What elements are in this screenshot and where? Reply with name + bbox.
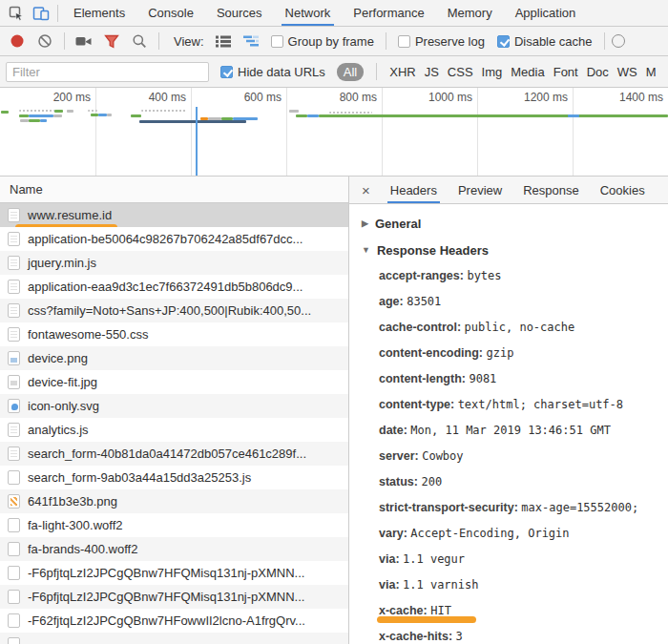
detail-tab-headers[interactable]: Headers [380,177,448,203]
response-header-row: content-type: text/html; charset=utf-8 [349,392,668,418]
request-row[interactable]: application-be50064c98267b706242a85df67d… [0,227,348,251]
clear-icon[interactable] [32,29,57,53]
request-row[interactable]: analytics.js [0,418,348,442]
type-filter-all[interactable]: All [337,63,364,81]
tab-performance[interactable]: Performance [342,0,435,26]
waterfall-bar [19,114,29,117]
request-row[interactable]: application-eaa9d3c1ec7f66372491db5b806d… [0,275,348,299]
request-row[interactable] [0,633,348,644]
waterfall-view-icon[interactable] [239,29,263,53]
type-filter-js[interactable]: JS [425,65,439,79]
request-row[interactable]: -F6pfjtqLzI2JPCgQBnw7HFQMisq131nj-pXMNN.… [0,561,348,585]
name-column-header[interactable]: Name [0,177,348,203]
device-toolbar-icon[interactable] [29,1,53,26]
request-list-panel: Name www.resume.idapplication-be50064c98… [0,177,349,644]
request-row[interactable]: fa-brands-400.woff2 [0,537,348,561]
waterfall-bar [296,114,307,117]
type-filter-css[interactable]: CSS [448,65,473,79]
request-row[interactable]: search_form-9ab03a44a15dd3a25253.js [0,466,348,489]
header-value: 83501 [407,295,441,308]
request-row[interactable]: jquery.min.js [0,251,348,275]
disable-cache-checkbox[interactable]: Disable cache [492,34,597,49]
waterfall-bar [98,114,107,116]
record-button[interactable] [5,29,30,53]
hide-data-urls-checkbox[interactable]: Hide data URLs [216,65,330,79]
type-filter-m[interactable]: M [646,65,657,79]
request-row[interactable]: fontawesome-550.css [0,322,348,346]
response-header-row: accept-ranges: bytes [349,263,668,289]
request-row[interactable]: 641f1b3e3b.png [0,489,348,513]
overview-gridline [382,88,383,176]
header-name: vary: [379,527,410,540]
waterfall-bar [29,119,40,122]
group-by-frame-checkbox[interactable]: Group by frame [266,34,379,49]
request-row[interactable]: www.resume.id [0,203,348,227]
response-header-row: x-cache: HIT [349,598,668,624]
request-type-filters: AllXHRJSCSSImgMediaFontDocWSM [337,63,657,81]
response-header-row: x-cache-hits: 3 [349,624,668,644]
request-row[interactable]: device.png [0,346,348,370]
type-filter-xhr[interactable]: XHR [389,65,415,79]
overview-gridline [191,88,192,176]
throttling-icon-clipped[interactable] [612,34,625,48]
list-view-icon[interactable] [211,29,236,53]
search-icon[interactable] [127,29,152,53]
file-type-icon [8,256,20,270]
header-value: bytes [467,269,501,282]
request-name: device-fit.jpg [28,375,97,389]
detail-tab-cookies[interactable]: Cookies [590,177,656,203]
tab-sources[interactable]: Sources [205,0,274,26]
file-type-icon [8,327,20,342]
checkbox-box-checked [497,35,510,48]
tab-memory[interactable]: Memory [436,0,504,26]
overview-selection-line [196,107,198,176]
waterfall-bar [139,120,246,123]
response-headers-section-header[interactable]: ▼ Response Headers [349,237,668,263]
request-row[interactable]: -F62fjtqLzI2JPCgQBnw7HFowwII2lcno-A1frgQ… [0,609,348,633]
filter-input[interactable] [6,62,209,82]
overview-gridline [95,88,96,176]
type-filter-ws[interactable]: WS [617,65,637,79]
request-row[interactable]: device-fit.jpg [0,370,348,394]
waterfall-bar [53,114,62,117]
detail-tab-preview[interactable]: Preview [448,177,512,203]
header-name: via: [379,552,403,566]
waterfall-bar [1,111,9,114]
file-type-icon [8,399,20,413]
tab-console[interactable]: Console [136,0,205,26]
waterfall-bar [19,110,54,112]
request-row[interactable]: icon-only.svg [0,394,348,418]
detail-tab-response[interactable]: Response [512,177,590,203]
request-row[interactable]: search_form-40b81da0a41472db057ce461c289… [0,442,348,466]
tab-elements[interactable]: Elements [62,0,136,26]
type-filter-media[interactable]: Media [511,65,544,79]
response-header-row: date: Mon, 11 Mar 2019 13:46:51 GMT [349,418,668,444]
close-icon[interactable]: × [349,182,380,198]
file-type-icon [8,637,20,644]
inspect-element-icon[interactable] [4,1,29,26]
toolbar-separator [604,32,605,50]
time-tick-label: 600 ms [244,91,286,104]
screenshot-camera-icon[interactable] [72,29,96,53]
type-filter-img[interactable]: Img [482,65,503,79]
devtools-tabbar: ElementsConsoleSourcesNetworkPerformance… [0,0,668,27]
tab-network[interactable]: Network [274,0,343,26]
request-row[interactable]: -F6pfjtqLzI2JPCgQBnw7HFQMisq131nj-pXMNN.… [0,585,348,609]
waterfall-bar [200,117,208,120]
general-section-header[interactable]: ▶ General [349,210,668,237]
preserve-log-checkbox[interactable]: Preserve log [393,34,490,49]
type-filter-font[interactable]: Font [553,65,578,79]
type-filter-doc[interactable]: Doc [587,65,609,79]
request-row[interactable]: css?family=Noto+Sans+JP:400,500|Rubik:40… [0,299,348,322]
filter-funnel-icon[interactable] [99,29,124,53]
tab-application[interactable]: Application [504,0,588,26]
header-name: accept-ranges: [379,269,467,282]
header-value: 1.1 varnish [403,578,478,592]
request-row[interactable]: fa-light-300.woff2 [0,513,348,537]
waterfall-overview[interactable]: 200 ms400 ms600 ms800 ms1000 ms1200 ms14… [0,88,668,177]
network-main: Name www.resume.idapplication-be50064c98… [0,177,668,644]
section-label: Response Headers [377,243,489,258]
header-name: content-type: [379,398,458,411]
file-type-icon [8,518,20,532]
response-header-row: content-encoding: gzip [349,341,668,366]
